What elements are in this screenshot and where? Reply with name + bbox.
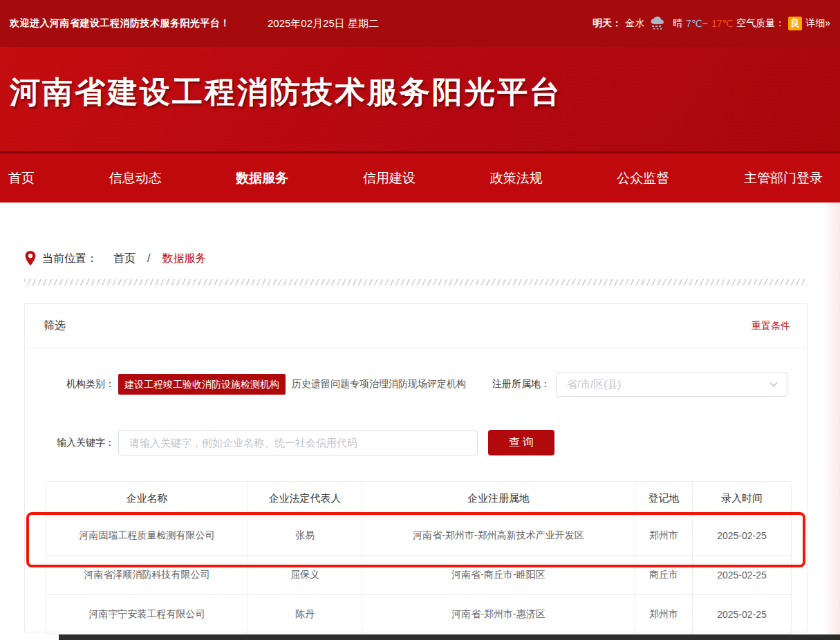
region-label: 注册所属地： xyxy=(492,378,550,390)
bottom-window-strip xyxy=(59,634,840,640)
breadcrumb-separator: / xyxy=(147,252,150,265)
breadcrumb-current[interactable]: 数据服务 xyxy=(162,252,206,266)
weather-widget: 明天： 金水 晴 7℃~ 17℃ 空气质量： 良 详细» xyxy=(592,17,830,30)
breadcrumb-home[interactable]: 首页 xyxy=(113,252,136,266)
table-row[interactable]: 河南省泽顺消防科技有限公司 屈保义 河南省-商丘市-睢阳区 商丘市 2025-0… xyxy=(46,556,792,595)
cell-legal-rep: 张易 xyxy=(248,516,362,556)
cell-legal-rep: 屈保义 xyxy=(248,556,362,595)
region-select-placeholder: 省/市/区(县) xyxy=(567,378,621,391)
col-header-entry-date: 录入时间 xyxy=(693,482,792,516)
col-header-registered-region: 企业注册属地 xyxy=(362,482,635,516)
cell-date: 2025-02-25 xyxy=(693,556,792,595)
cell-city: 郑州市 xyxy=(635,516,693,556)
nav-item-data-service[interactable]: 数据服务 xyxy=(236,169,288,187)
main-nav: 首页 信息动态 数据服务 信用建设 政策法规 公众监督 主管部门登录 xyxy=(0,151,840,203)
category-label: 机构类别： xyxy=(25,378,115,390)
slash-divider xyxy=(24,279,808,285)
air-quality-badge: 良 xyxy=(788,17,802,30)
nav-item-policy[interactable]: 政策法规 xyxy=(490,169,543,187)
cell-company: 河南固瑞工程质量检测有限公司 xyxy=(46,516,248,556)
filter-panel: 筛选 重置条件 机构类别： 建设工程竣工验收消防设施检测机构 历史遗留问题专项治… xyxy=(24,303,808,632)
weather-district: 金水 xyxy=(625,17,644,30)
location-pin-icon xyxy=(25,251,36,266)
table-row[interactable]: 河南固瑞工程质量检测有限公司 张易 河南省-郑州市-郑州高新技术产业开发区 郑州… xyxy=(46,516,792,556)
category-option-active[interactable]: 建设工程竣工验收消防设施检测机构 xyxy=(118,374,286,395)
nav-item-public-supervision[interactable]: 公众监督 xyxy=(617,169,669,187)
keyword-filter-row: 输入关键字： 查 询 xyxy=(25,430,807,455)
reset-filters-link[interactable]: 重置条件 xyxy=(752,320,790,332)
cell-company: 河南宇宁安装工程有限公司 xyxy=(46,595,248,634)
welcome-text: 欢迎进入河南省建设工程消防技术服务阳光平台！ xyxy=(10,17,230,30)
nav-item-admin-login[interactable]: 主管部门登录 xyxy=(744,169,823,187)
col-header-company: 企业名称 xyxy=(46,482,248,516)
date-text: 2025年02月25日 星期二 xyxy=(268,17,379,30)
filter-title: 筛选 xyxy=(44,319,66,333)
breadcrumb: 当前位置： 首页 / 数据服务 xyxy=(25,251,840,266)
col-header-registration-city: 登记地 xyxy=(635,482,693,516)
cell-region: 河南省-商丘市-睢阳区 xyxy=(362,556,635,595)
cell-city: 郑州市 xyxy=(635,595,693,634)
weather-tomorrow-label: 明天： xyxy=(592,17,622,30)
cell-city: 商丘市 xyxy=(635,556,693,595)
cell-date: 2025-02-25 xyxy=(693,516,792,556)
search-button[interactable]: 查 询 xyxy=(488,430,554,455)
cell-date: 2025-02-25 xyxy=(693,595,792,634)
nav-item-home[interactable]: 首页 xyxy=(8,169,35,187)
cloud-weather-icon xyxy=(649,17,668,30)
region-filter-group: 注册所属地： 省/市/区(县) xyxy=(492,372,787,397)
cell-region: 河南省-郑州市-惠济区 xyxy=(362,595,635,634)
weather-detail-link[interactable]: 详细» xyxy=(805,17,830,30)
region-select[interactable]: 省/市/区(县) xyxy=(556,372,787,397)
breadcrumb-label: 当前位置： xyxy=(42,252,97,266)
chevron-down-icon xyxy=(769,379,778,389)
top-info-bar: 欢迎进入河南省建设工程消防技术服务阳光平台！ 2025年02月25日 星期二 明… xyxy=(0,0,840,47)
temp-low: 7℃~ xyxy=(686,18,708,29)
nav-item-credit[interactable]: 信用建设 xyxy=(363,169,416,187)
cell-legal-rep: 陈丹 xyxy=(248,595,362,634)
results-table: 企业名称 企业法定代表人 企业注册属地 登记地 录入时间 河南固瑞工程质量检测有… xyxy=(46,481,792,634)
site-header: 河南省建设工程消防技术服务阳光平台 xyxy=(0,47,840,151)
site-title: 河南省建设工程消防技术服务阳光平台 xyxy=(10,72,840,113)
nav-item-news[interactable]: 信息动态 xyxy=(109,169,162,187)
cell-company: 河南省泽顺消防科技有限公司 xyxy=(46,556,248,595)
filter-panel-header: 筛选 重置条件 xyxy=(25,304,807,348)
right-edge-tint xyxy=(823,203,840,634)
cell-region: 河南省-郑州市-郑州高新技术产业开发区 xyxy=(362,516,635,556)
keyword-label: 输入关键字： xyxy=(25,437,115,449)
keyword-input[interactable] xyxy=(118,430,478,455)
air-quality-label: 空气质量： xyxy=(736,17,785,30)
category-option-inactive[interactable]: 历史遗留问题专项治理消防现场评定机构 xyxy=(292,378,466,390)
table-header-row: 企业名称 企业法定代表人 企业注册属地 登记地 录入时间 xyxy=(46,482,792,516)
weather-condition: 晴 xyxy=(673,17,682,30)
temp-high: 17℃ xyxy=(711,18,733,29)
category-filter-row: 机构类别： 建设工程竣工验收消防设施检测机构 历史遗留问题专项治理消防现场评定机… xyxy=(25,372,807,397)
table-row[interactable]: 河南宇宁安装工程有限公司 陈丹 河南省-郑州市-惠济区 郑州市 2025-02-… xyxy=(46,595,792,634)
col-header-legal-rep: 企业法定代表人 xyxy=(248,482,362,516)
